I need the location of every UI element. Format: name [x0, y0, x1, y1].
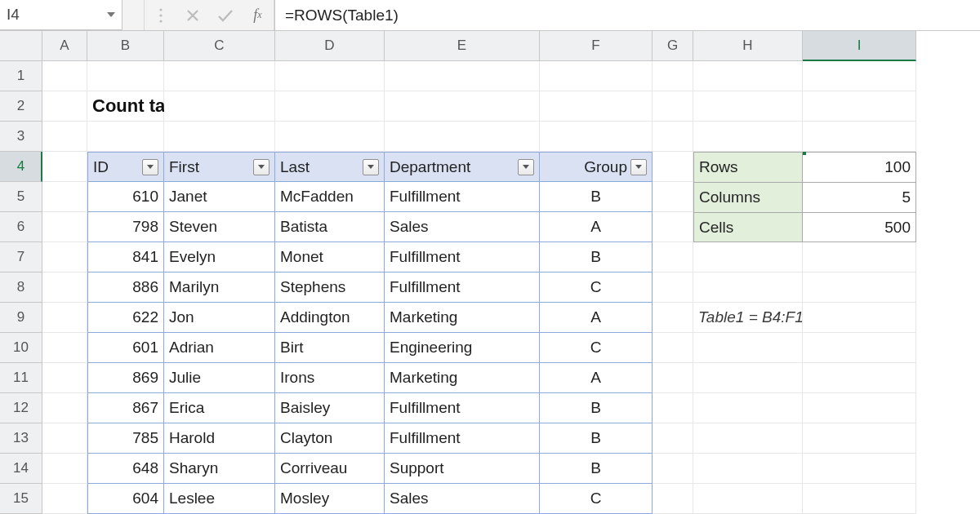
cell-A11[interactable] [42, 363, 87, 393]
cell-C1[interactable] [164, 61, 275, 91]
cell-A12[interactable] [42, 393, 87, 423]
cell-H12[interactable] [693, 393, 803, 423]
col-header-B[interactable]: B [87, 31, 164, 61]
cell-I14[interactable] [803, 454, 916, 484]
table-cell-group[interactable]: B [540, 242, 653, 273]
table-cell-last[interactable]: Birt [275, 333, 385, 363]
table-cell-group[interactable]: C [540, 484, 653, 514]
cell-H14[interactable] [693, 454, 803, 484]
cell-E1[interactable] [385, 61, 540, 91]
table-cell-group[interactable]: B [540, 454, 653, 484]
row-header-4[interactable]: 4 [0, 152, 42, 182]
table-cell-first[interactable]: Marilyn [164, 273, 275, 303]
cell-A6[interactable] [42, 212, 87, 242]
row-header-7[interactable]: 7 [0, 242, 42, 273]
table-cell-first[interactable]: Julie [164, 363, 275, 393]
table-cell-id[interactable]: 785 [87, 423, 164, 454]
filter-dropdown-icon[interactable] [518, 159, 534, 175]
cell-G3[interactable] [653, 122, 693, 152]
cell-A3[interactable] [42, 122, 87, 152]
col-header-C[interactable]: C [164, 31, 275, 61]
row-header-6[interactable]: 6 [0, 212, 42, 242]
summary-cells-label[interactable]: Cells [693, 212, 803, 242]
cell-G10[interactable] [653, 333, 693, 363]
table-cell-group[interactable]: C [540, 273, 653, 303]
table-cell-dept[interactable]: Fulfillment [385, 182, 540, 212]
row-header-1[interactable]: 1 [0, 61, 42, 91]
cell-H3[interactable] [693, 122, 803, 152]
filter-dropdown-icon[interactable] [630, 159, 647, 175]
accept-check-icon[interactable] [209, 0, 242, 30]
cell-F2[interactable] [540, 91, 653, 122]
cell-G11[interactable] [653, 363, 693, 393]
table-cell-id[interactable]: 601 [87, 333, 164, 363]
table-cell-last[interactable]: Stephens [275, 273, 385, 303]
cell-D3[interactable] [275, 122, 385, 152]
select-all-corner[interactable] [0, 31, 42, 61]
table-cell-first[interactable]: Erica [164, 393, 275, 423]
cell-D2[interactable] [275, 91, 385, 122]
table-cell-first[interactable]: Evelyn [164, 242, 275, 273]
table-cell-id[interactable]: 610 [87, 182, 164, 212]
cell-H7[interactable] [693, 242, 803, 273]
row-header-12[interactable]: 12 [0, 393, 42, 423]
summary-rows-value[interactable]: 100 [803, 152, 916, 182]
cell-G12[interactable] [653, 393, 693, 423]
table-cell-id[interactable]: 869 [87, 363, 164, 393]
row-header-14[interactable]: 14 [0, 454, 42, 484]
cell-G7[interactable] [653, 242, 693, 273]
table-cell-first[interactable]: Adrian [164, 333, 275, 363]
table-cell-first[interactable]: Steven [164, 212, 275, 242]
row-header-13[interactable]: 13 [0, 423, 42, 454]
spreadsheet-grid[interactable]: A B C D E F G H I 1 2 Count table rows 3… [0, 31, 980, 514]
table-cell-dept[interactable]: Engineering [385, 333, 540, 363]
cell-G6[interactable] [653, 212, 693, 242]
table-cell-id[interactable]: 622 [87, 303, 164, 333]
row-header-15[interactable]: 15 [0, 484, 42, 514]
table-cell-group[interactable]: B [540, 393, 653, 423]
cell-H15[interactable] [693, 484, 803, 514]
filter-dropdown-icon[interactable] [253, 159, 270, 175]
summary-cells-value[interactable]: 500 [803, 212, 916, 242]
col-header-G[interactable]: G [653, 31, 693, 61]
cell-H13[interactable] [693, 423, 803, 454]
row-header-3[interactable]: 3 [0, 122, 42, 152]
cell-D1[interactable] [275, 61, 385, 91]
table-cell-dept[interactable]: Marketing [385, 363, 540, 393]
cell-I1[interactable] [803, 61, 916, 91]
table-cell-dept[interactable]: Fulfillment [385, 393, 540, 423]
table-cell-id[interactable]: 798 [87, 212, 164, 242]
cell-G1[interactable] [653, 61, 693, 91]
table-cell-first[interactable]: Harold [164, 423, 275, 454]
table-cell-dept[interactable]: Sales [385, 484, 540, 514]
table-cell-group[interactable]: C [540, 333, 653, 363]
row-header-9[interactable]: 9 [0, 303, 42, 333]
fx-icon[interactable]: fx [242, 0, 274, 30]
table-cell-last[interactable]: Mosley [275, 484, 385, 514]
table-cell-last[interactable]: Corriveau [275, 454, 385, 484]
cell-F3[interactable] [540, 122, 653, 152]
table-cell-last[interactable]: Irons [275, 363, 385, 393]
table-cell-group[interactable]: B [540, 182, 653, 212]
cell-H11[interactable] [693, 363, 803, 393]
table-cell-dept[interactable]: Sales [385, 212, 540, 242]
row-header-5[interactable]: 5 [0, 182, 42, 212]
col-header-A[interactable]: A [42, 31, 87, 61]
cell-A15[interactable] [42, 484, 87, 514]
table-cell-dept[interactable]: Marketing [385, 303, 540, 333]
cell-A4[interactable] [42, 152, 87, 182]
cell-I11[interactable] [803, 363, 916, 393]
cell-H10[interactable] [693, 333, 803, 363]
table-cell-group[interactable]: B [540, 423, 653, 454]
cell-A10[interactable] [42, 333, 87, 363]
table-cell-dept[interactable]: Fulfillment [385, 242, 540, 273]
table-cell-first[interactable]: Jon [164, 303, 275, 333]
col-header-F[interactable]: F [540, 31, 653, 61]
table-cell-last[interactable]: McFadden [275, 182, 385, 212]
table-cell-last[interactable]: Baisley [275, 393, 385, 423]
cell-A1[interactable] [42, 61, 87, 91]
table-cell-first[interactable]: Sharyn [164, 454, 275, 484]
cell-A8[interactable] [42, 273, 87, 303]
row-header-8[interactable]: 8 [0, 273, 42, 303]
table-cell-group[interactable]: A [540, 212, 653, 242]
